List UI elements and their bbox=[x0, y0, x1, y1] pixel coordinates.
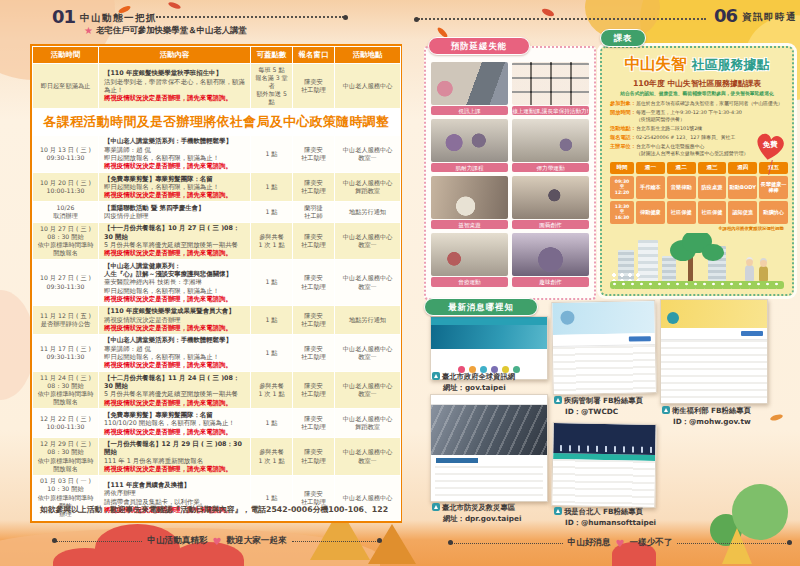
photo-item: 彈力帶運動 bbox=[512, 119, 589, 172]
photo-item: 線上運動課,讓長輩保持活動力! bbox=[512, 62, 589, 115]
activity-points: 1 點 bbox=[251, 409, 293, 438]
course-cell: 防疫桌遊 bbox=[698, 176, 727, 199]
course-time-cell: 13:30至16:30 bbox=[610, 201, 634, 224]
elderly-couple-illustration bbox=[760, 258, 767, 267]
news-caption-dpr: 臺北市防災及救災專區 網址：dpr.gov.taipei bbox=[432, 503, 521, 524]
activity-row: 10 月 13 日 ( 三 )09:30-11:30【中山老人講堂樂活系列：手機… bbox=[33, 135, 401, 172]
activity-contact: 陳奕安社工助理 bbox=[293, 372, 335, 409]
covid-warning-text: 將視疫情狀況決定是否辦理，請先來電諮詢。 bbox=[104, 428, 248, 436]
photo-item: 肌耐力課程 bbox=[431, 119, 508, 172]
photo-item: 園藝創作 bbox=[512, 176, 589, 229]
policy-banner-text: 各課程活動時間及是否辦理將依社會局及中心政策隨時調整 bbox=[33, 108, 401, 135]
activity-content: 【十一月份共餐報名】10 月 27 日 ( 三 )08：30 開始5 月份共餐名… bbox=[99, 222, 251, 259]
heart-icon: ♥ bbox=[616, 538, 625, 549]
activity-row: 10/26取消辦理【重陽聯歡活動 暨 第四季慶生會】因疫情停止辦理1 點蘭羽捷社… bbox=[33, 202, 401, 223]
activity-content: 【中山老人講堂樂活系列：手機軟體輕鬆學】專業講師：趙 侃即日起開放報名，名額有限… bbox=[99, 135, 251, 172]
leaf-icon bbox=[770, 413, 784, 421]
left-page-tagline: 中山活動真精彩 ♥ 歡迎大家一起來 bbox=[56, 535, 378, 547]
schedule-info-value: 台北市中山老人住宅暨服務中心（財團法人台灣省私立健順養護中心受託經營管理） bbox=[636, 143, 748, 158]
elderly-couple-illustration bbox=[745, 265, 754, 281]
fb-feed bbox=[553, 345, 656, 395]
activity-contact: 陳奕安社工助理 bbox=[293, 64, 335, 109]
site-bullet-icon bbox=[554, 507, 562, 515]
photo-grid: 視訊上課線上運動課,讓長輩保持活動力!肌耐力課程彈力帶運動益智桌遊園藝創作音療運… bbox=[426, 48, 594, 292]
news-caption-mohw: 衛生福利部 FB粉絲專頁 ID：@mohw.gov.tw bbox=[662, 406, 751, 427]
activity-photo bbox=[512, 176, 589, 219]
free-heart-badge: 免費 bbox=[750, 127, 789, 164]
header-dotted-rule bbox=[156, 16, 344, 18]
tagline-text: 中山好消息 bbox=[568, 537, 611, 549]
fb-feed bbox=[661, 340, 767, 404]
activity-location: 中山老人服務中心教室一 bbox=[335, 135, 401, 172]
screenshot-cdc-facebook bbox=[551, 300, 657, 395]
col-header-points: 可蓋點數 bbox=[251, 47, 293, 64]
schedule-info-label: 活動地點： bbox=[610, 125, 636, 132]
elderly-couple-illustration bbox=[746, 257, 753, 266]
grass-illustration bbox=[610, 281, 784, 289]
activity-time: 即日起至額滿為止 bbox=[33, 64, 99, 109]
activity-photo bbox=[431, 176, 508, 219]
news-site-detail: ID：@mohw.gov.tw bbox=[662, 417, 751, 428]
activity-contact: 陳奕安社工助理 bbox=[293, 409, 335, 438]
schedule-info-value: 每週一至週五，上午9:30-12:30 下午1:30-4:30（疫情期間暫停供餐… bbox=[636, 109, 742, 124]
activity-row: 12 月 29 日 ( 三 )08：30 開始依中原標準時間準時開放報名【一月份… bbox=[33, 438, 401, 475]
news-site-name: 我是台北人 FB粉絲專頁 bbox=[564, 507, 643, 516]
tagline-dotted-rule bbox=[292, 541, 378, 542]
photo-item: 益智桌遊 bbox=[431, 176, 508, 229]
panel-title-teal: 社區服務據點 bbox=[692, 57, 770, 72]
course-cell: 手作繪本 bbox=[636, 176, 665, 199]
activity-table: 活動時間 活動內容 可蓋點數 報名窗口 活動地點 即日起至額滿為止【110 年度… bbox=[30, 44, 402, 523]
covid-warning-text: 將視疫情狀況決定是否辦理，請先來電諮詢。 bbox=[104, 399, 248, 407]
schedule-info-label: 報名電話： bbox=[610, 134, 636, 141]
course-header-cell: 週一 bbox=[636, 162, 665, 174]
news-site-detail: ID：@TWCDC bbox=[554, 407, 643, 418]
screenshot-gov-taipei bbox=[430, 316, 548, 380]
activity-content: 【一月份共餐報名】12 月 29 日 ( 三 )08：30 開始111 年 1 … bbox=[99, 438, 251, 475]
tagline-dotted-rule bbox=[56, 541, 142, 542]
activity-photo bbox=[512, 119, 589, 162]
activity-row: 10 月 27 日 ( 三 )09:30-11:30【中山老人講堂健康系列：人生… bbox=[33, 260, 401, 306]
leaf-icon bbox=[541, 7, 555, 18]
col-header-time: 活動時間 bbox=[33, 47, 99, 64]
photo-caption: 視訊上課 bbox=[431, 106, 508, 115]
photo-caption: 彈力帶運動 bbox=[512, 163, 589, 172]
activity-time: 11 月 24 日 ( 三 )08：30 開始依中原標準時間準時開放報名 bbox=[33, 372, 99, 409]
activity-points: 1 點 bbox=[251, 260, 293, 306]
activity-photo bbox=[512, 233, 589, 276]
course-cell: 音樂律動 bbox=[667, 176, 696, 199]
activity-location: 中山老人服務中心教室一 bbox=[335, 372, 401, 409]
fb-cover-photo bbox=[661, 300, 767, 328]
schedule-info-row: 參加對象：居住於台北市領有或確診為失智症者，家屬可陪同者（中山區優先） bbox=[610, 100, 784, 107]
course-note: ※課程內容將依實際狀況彈性調整 bbox=[610, 226, 784, 231]
screenshot-mohw-facebook bbox=[660, 299, 768, 404]
star-icon: ★ bbox=[84, 25, 93, 36]
activity-points: 1 點 bbox=[251, 334, 293, 371]
website-header-bar bbox=[431, 317, 547, 325]
activity-location: 中山老人服務中心教室一 bbox=[335, 438, 401, 475]
activity-contact: 陳奕安社工助理 bbox=[293, 438, 335, 475]
photo-caption: 趣味創作 bbox=[512, 277, 589, 286]
activity-photo bbox=[431, 62, 508, 105]
course-cell: 動動BODY bbox=[728, 176, 757, 199]
news-caption-humans-of-taipei: 我是台北人 FB粉絲專頁 ID：@humansofttaipei bbox=[554, 507, 656, 528]
left-page-title: 中山動態一把抓 bbox=[80, 12, 157, 25]
activity-location: 中山老人服務中心教室一 bbox=[335, 222, 401, 259]
course-cell: 認知促進 bbox=[728, 201, 757, 224]
schedule-badge: 課表 bbox=[600, 29, 646, 47]
news-list bbox=[435, 466, 543, 502]
course-cell: 社區保健 bbox=[667, 201, 696, 224]
activity-content: 【免費專業剪髮】專業剪髮團隊：名留110/10/20 開始報名，名額有限，額滿為… bbox=[99, 409, 251, 438]
activity-location: 中山老人服務中心教室一 bbox=[335, 260, 401, 306]
activity-table-header-row: 活動時間 活動內容 可蓋點數 報名窗口 活動地點 bbox=[33, 47, 401, 64]
news-caption-cdc: 疾病管制署 FB粉絲專頁 ID：@TWCDC bbox=[554, 396, 643, 417]
photo-caption: 肌耐力課程 bbox=[431, 163, 508, 172]
activity-time: 11 月 17 日 ( 三 )09:30-11:30 bbox=[33, 334, 99, 371]
left-page-header: 01 中山動態一把抓 bbox=[52, 6, 157, 27]
city-park-illustration bbox=[610, 233, 784, 289]
news-site-detail: 網址：dpr.gov.taipei bbox=[432, 514, 521, 525]
right-page-header: 06 資訊即時通 bbox=[714, 5, 797, 26]
news-site-name: 衛生福利部 FB粉絲專頁 bbox=[672, 406, 751, 415]
course-table: 時間週一週二週三週四週五09:30至12:20手作繪本音樂律動防疫桌遊動動BOD… bbox=[610, 162, 788, 224]
activity-content: 【重陽聯歡活動 暨 第四季慶生會】因疫情停止辦理 bbox=[99, 202, 251, 223]
screenshot-humans-of-taipei-facebook bbox=[551, 422, 656, 508]
